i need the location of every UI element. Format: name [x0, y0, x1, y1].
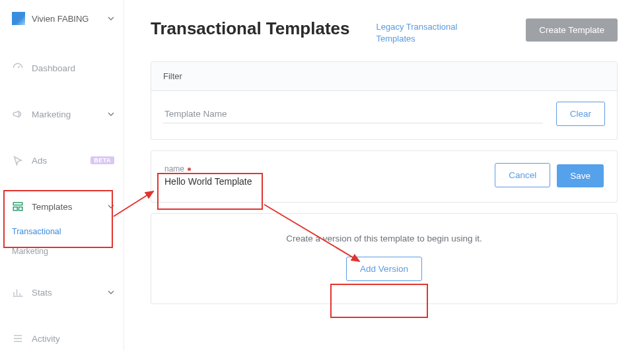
- templates-icon: [12, 201, 24, 212]
- version-message: Create a version of this template to beg…: [164, 234, 604, 243]
- sidebar-item-label: Activity: [32, 334, 114, 344]
- filter-body: Clear: [151, 91, 617, 139]
- sidebar-item-label: Marketing: [32, 110, 108, 119]
- megaphone-icon: [12, 108, 24, 120]
- sidebar-item-label: Dashboard: [32, 63, 114, 73]
- sidebar: Vivien FABING Dashboard Marketing Ads BE…: [0, 0, 124, 351]
- filter-card: Filter Clear: [151, 61, 618, 140]
- sidebar-item-label: Templates: [32, 202, 108, 212]
- legacy-templates-link[interactable]: Legacy Transactional Templates: [376, 21, 482, 44]
- version-card: Create a version of this template to beg…: [151, 213, 618, 304]
- sidebar-item-label: Ads: [32, 156, 87, 166]
- sidebar-item-stats[interactable]: Stats: [0, 277, 124, 307]
- gauge-icon: [12, 62, 24, 74]
- clear-filter-button[interactable]: Clear: [556, 102, 605, 126]
- name-field-label: name: [164, 164, 270, 174]
- main-content: Transactional Templates Legacy Transacti…: [124, 0, 644, 351]
- template-name-filter-input[interactable]: [163, 105, 543, 123]
- create-template-button[interactable]: Create Template: [526, 18, 618, 42]
- sidebar-sub-marketing[interactable]: Marketing: [0, 241, 124, 261]
- cursor-icon: [12, 154, 24, 166]
- cancel-button[interactable]: Cancel: [495, 163, 550, 187]
- sidebar-item-dashboard[interactable]: Dashboard: [0, 53, 124, 83]
- sidebar-item-activity[interactable]: Activity: [0, 323, 124, 351]
- sidebar-sub-transactional[interactable]: Transactional: [0, 222, 124, 241]
- required-indicator-icon: [188, 168, 191, 171]
- account-switcher[interactable]: Vivien FABING: [0, 0, 124, 37]
- logo-icon: [12, 12, 25, 25]
- add-version-button[interactable]: Add Version: [346, 257, 422, 281]
- svg-rect-0: [13, 203, 22, 205]
- filter-label: Filter: [163, 71, 182, 81]
- page-header: Transactional Templates Legacy Transacti…: [124, 0, 644, 61]
- bar-chart-icon: [12, 286, 24, 298]
- filter-header[interactable]: Filter: [151, 62, 617, 91]
- sidebar-item-label: Stats: [32, 288, 108, 298]
- chevron-down-icon: [108, 15, 114, 22]
- chevron-down-icon: [108, 203, 114, 210]
- chevron-down-icon: [108, 289, 114, 296]
- save-button[interactable]: Save: [557, 164, 604, 187]
- sidebar-item-ads[interactable]: Ads BETA: [0, 145, 124, 176]
- name-form-card: name Cancel Save: [151, 150, 618, 203]
- svg-rect-1: [13, 207, 17, 210]
- sidebar-item-templates[interactable]: Templates: [0, 191, 124, 222]
- beta-badge: BETA: [90, 156, 114, 164]
- account-name: Vivien FABING: [32, 14, 108, 24]
- sidebar-item-marketing[interactable]: Marketing: [0, 99, 124, 129]
- page-title: Transactional Templates: [151, 18, 350, 39]
- chevron-down-icon: [108, 111, 114, 117]
- list-icon: [12, 333, 24, 344]
- template-name-input[interactable]: [164, 174, 270, 187]
- svg-rect-2: [19, 207, 22, 210]
- name-field-block: name: [164, 164, 270, 187]
